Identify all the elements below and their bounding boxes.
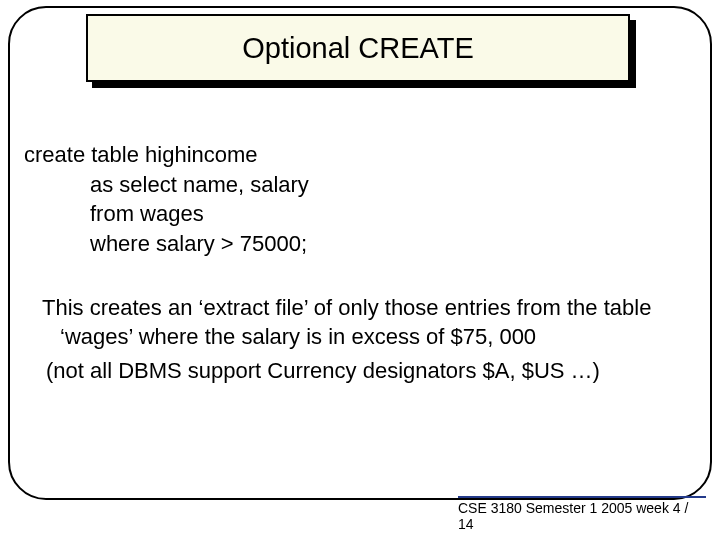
slide-footer: CSE 3180 Semester 1 2005 week 4 / 14 bbox=[458, 496, 706, 532]
title-box: Optional CREATE bbox=[86, 14, 630, 82]
slide-body: create table highincome as select name, … bbox=[24, 140, 688, 386]
paragraph-note: (not all DBMS support Currency designato… bbox=[24, 356, 688, 386]
code-line-3: from wages bbox=[90, 199, 688, 229]
slide-title: Optional CREATE bbox=[242, 32, 474, 65]
code-line-1: create table highincome bbox=[24, 140, 688, 170]
paragraph-extract: This creates an ‘extract file’ of only t… bbox=[24, 293, 688, 352]
code-line-4: where salary > 75000; bbox=[90, 229, 688, 259]
code-line-2: as select name, salary bbox=[90, 170, 688, 200]
